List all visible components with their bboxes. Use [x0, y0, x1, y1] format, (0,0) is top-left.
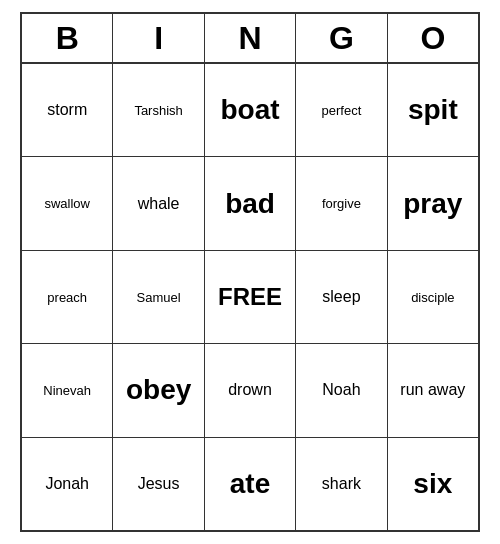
bingo-cell-4-1: Jesus — [113, 438, 204, 530]
bingo-row-2: preachSamuelFREEsleepdisciple — [22, 251, 478, 344]
bingo-cell-2-2: FREE — [205, 251, 296, 343]
bingo-cell-2-0: preach — [22, 251, 113, 343]
bingo-cell-3-2: drown — [205, 344, 296, 436]
bingo-cell-3-1: obey — [113, 344, 204, 436]
bingo-cell-2-4: disciple — [388, 251, 478, 343]
bingo-grid: stormTarshishboatperfectspitswallowwhale… — [22, 64, 478, 530]
bingo-cell-0-2: boat — [205, 64, 296, 156]
bingo-header: BINGO — [22, 14, 478, 64]
header-letter-B: B — [22, 14, 113, 62]
bingo-cell-4-2: ate — [205, 438, 296, 530]
bingo-cell-2-1: Samuel — [113, 251, 204, 343]
header-letter-O: O — [388, 14, 478, 62]
bingo-cell-1-4: pray — [388, 157, 478, 249]
bingo-cell-3-3: Noah — [296, 344, 387, 436]
bingo-cell-4-0: Jonah — [22, 438, 113, 530]
bingo-cell-1-3: forgive — [296, 157, 387, 249]
bingo-row-3: NinevahobeydrownNoahrun away — [22, 344, 478, 437]
header-letter-G: G — [296, 14, 387, 62]
bingo-row-0: stormTarshishboatperfectspit — [22, 64, 478, 157]
bingo-card: BINGO stormTarshishboatperfectspitswallo… — [20, 12, 480, 532]
bingo-cell-0-4: spit — [388, 64, 478, 156]
header-letter-I: I — [113, 14, 204, 62]
bingo-cell-1-1: whale — [113, 157, 204, 249]
bingo-cell-4-4: six — [388, 438, 478, 530]
bingo-cell-4-3: shark — [296, 438, 387, 530]
bingo-cell-2-3: sleep — [296, 251, 387, 343]
bingo-cell-1-0: swallow — [22, 157, 113, 249]
bingo-cell-0-0: storm — [22, 64, 113, 156]
bingo-cell-3-4: run away — [388, 344, 478, 436]
bingo-cell-1-2: bad — [205, 157, 296, 249]
bingo-row-1: swallowwhalebadforgivepray — [22, 157, 478, 250]
bingo-cell-3-0: Ninevah — [22, 344, 113, 436]
bingo-cell-0-3: perfect — [296, 64, 387, 156]
bingo-row-4: JonahJesusatesharksix — [22, 438, 478, 530]
bingo-cell-0-1: Tarshish — [113, 64, 204, 156]
header-letter-N: N — [205, 14, 296, 62]
